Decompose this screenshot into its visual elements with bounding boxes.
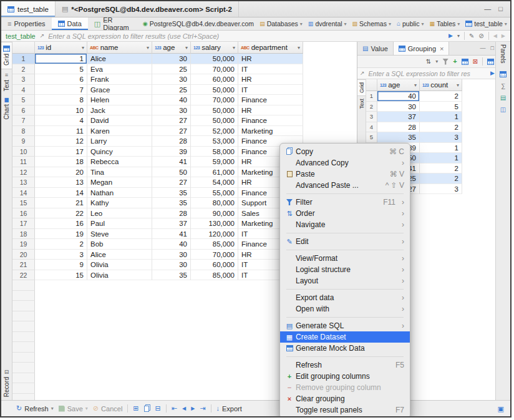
cell-age[interactable]: 28 <box>152 136 191 147</box>
cell-salary[interactable]: 59,000 <box>191 157 238 167</box>
next-row-icon[interactable]: ▶ <box>191 406 195 411</box>
cell-age[interactable]: 28 <box>377 122 420 133</box>
cell-id[interactable]: 2 <box>35 239 87 250</box>
cell-age[interactable]: 30 <box>152 260 191 270</box>
cell-salary[interactable]: 58,000 <box>191 147 238 157</box>
grid-corner[interactable] <box>12 42 35 54</box>
breadcrumb-item-public[interactable]: ⌂public▾ <box>394 20 427 27</box>
menu-item-refresh[interactable]: RefreshF5 <box>280 359 410 371</box>
cell-salary[interactable]: 90,000 <box>191 208 238 219</box>
cell-department[interactable]: HR <box>238 54 303 64</box>
row-number[interactable]: 3 <box>366 112 377 122</box>
grid-panel-icon[interactable] <box>500 71 507 77</box>
edit-filter-icon[interactable]: ✎ <box>469 33 474 39</box>
menu-item-logical-structure[interactable]: Logical structure› <box>280 264 410 275</box>
add-grouping-column-icon[interactable]: + <box>453 58 457 65</box>
panel-tab-grouping[interactable]: Grouping× <box>393 42 450 55</box>
editor-tab-test-table[interactable]: test_table <box>1 1 56 17</box>
cell-age[interactable]: 50 <box>152 167 191 178</box>
cell-id[interactable]: 11 <box>35 126 87 137</box>
cell-salary[interactable]: 54,000 <box>191 177 238 188</box>
cell-id[interactable]: 1 <box>35 54 87 64</box>
cell-name[interactable]: Larry <box>87 136 152 147</box>
cell-name[interactable]: Alice <box>87 250 152 260</box>
cell-salary[interactable]: 60,000 <box>191 74 238 85</box>
row-number[interactable]: 19 <box>12 239 35 250</box>
cell-name[interactable]: Helen <box>87 95 152 105</box>
cell-age[interactable]: 25 <box>152 64 191 75</box>
cell-department[interactable]: Finance <box>238 95 303 105</box>
side-tab-grid[interactable]: Grid <box>1 42 12 69</box>
value-panel-icon[interactable]: ◫ <box>500 107 507 113</box>
breadcrumb-item-dvdrental[interactable]: ▥dvdrental▾ <box>306 20 349 27</box>
cell-id[interactable]: 4 <box>35 115 87 126</box>
cell-id[interactable]: 9 <box>35 260 87 270</box>
cell-count[interactable]: 2 <box>420 122 462 133</box>
row-number[interactable]: 2 <box>366 102 377 112</box>
cell-salary[interactable]: 50,000 <box>191 105 238 116</box>
cell-id[interactable]: 21 <box>35 198 87 208</box>
row-number[interactable]: 5 <box>12 95 35 105</box>
menu-item-export-data[interactable]: Export data› <box>280 292 410 303</box>
row-number[interactable]: 9 <box>12 136 35 147</box>
row-number[interactable]: 13 <box>12 177 35 188</box>
maximize-panel-icon[interactable]: □ <box>491 46 494 51</box>
cell-department[interactable]: Marketing <box>238 126 303 137</box>
tab-er-diagram[interactable]: ◫ER Diagram <box>88 17 135 30</box>
column-header-count[interactable]: 123count▾ <box>420 79 462 91</box>
menu-item-copy[interactable]: Copy⌘ C <box>280 146 410 157</box>
menu-item-remove-grouping-column[interactable]: −Remove grouping column <box>280 382 410 393</box>
column-header-age[interactable]: 123age▾ <box>152 42 191 54</box>
delete-row-icon[interactable]: ⊟ <box>155 405 161 412</box>
sql-filter-input[interactable]: Enter a SQL expression to filter results… <box>44 32 444 40</box>
cell-name[interactable]: Alice <box>87 54 152 64</box>
cell-salary[interactable]: 70,000 <box>191 95 238 105</box>
cell-age[interactable]: 27 <box>152 115 191 126</box>
cell-id[interactable]: 10 <box>35 105 87 116</box>
cell-count[interactable]: 2 <box>420 91 462 102</box>
dropdown-icon[interactable]: ▾ <box>457 34 460 39</box>
menu-item-open-with[interactable]: Open with› <box>280 303 410 315</box>
cell-age[interactable]: 40 <box>152 239 191 250</box>
row-number[interactable]: 8 <box>12 126 35 137</box>
cell-salary[interactable]: 70,000 <box>191 250 238 260</box>
expand-filter-icon[interactable]: ↗ <box>360 71 365 76</box>
menu-item-generate-sql[interactable]: ▤Generate SQL› <box>280 320 410 331</box>
cell-age[interactable]: 27 <box>152 126 191 137</box>
forward-icon[interactable]: ▶ <box>502 34 505 39</box>
side-tab-chart[interactable]: ▆Chart <box>1 94 12 122</box>
cell-id[interactable]: 6 <box>35 74 87 85</box>
cell-salary[interactable]: 50,000 <box>191 85 238 95</box>
cell-name[interactable]: Nathan <box>87 188 152 198</box>
breadcrumb-item-postgresql-db4-dev-d[interactable]: ◉PostgreSQL@db4.dev.dbeaver.com <box>140 20 256 27</box>
refresh-button[interactable]: ↻Refresh▾ <box>16 405 54 413</box>
cell-name[interactable]: Frank <box>87 74 152 85</box>
column-header-salary[interactable]: 123salary▾ <box>191 42 238 54</box>
row-number[interactable]: 6 <box>12 105 35 116</box>
clear-grouping-icon[interactable]: ⊠ <box>473 59 478 65</box>
cell-count[interactable]: 2 <box>420 164 462 174</box>
row-number[interactable]: 7 <box>12 115 35 126</box>
dropdown-icon[interactable]: ▾ <box>435 59 438 64</box>
cell-id[interactable]: 5 <box>35 64 87 75</box>
cell-count[interactable]: 1 <box>420 143 462 154</box>
row-number[interactable]: 3 <box>12 74 35 85</box>
row-number[interactable]: 12 <box>12 167 35 178</box>
cell-name[interactable]: Leo <box>87 208 152 219</box>
grouping-options-icon[interactable] <box>487 59 494 65</box>
last-row-icon[interactable]: ⇥ <box>200 405 205 412</box>
chevron-down-icon[interactable]: ▾ <box>457 82 459 88</box>
cell-id[interactable]: 19 <box>35 229 87 240</box>
cell-name[interactable]: Olivia <box>87 270 152 281</box>
cell-name[interactable]: Bob <box>87 239 152 250</box>
row-number[interactable]: 11 <box>12 157 35 167</box>
cell-id[interactable]: 14 <box>35 188 87 198</box>
cell-age[interactable]: 30 <box>152 250 191 260</box>
chevron-down-icon[interactable]: ▾ <box>233 45 235 51</box>
cell-age[interactable]: 40 <box>152 95 191 105</box>
cell-salary[interactable]: 80,000 <box>191 198 238 208</box>
cell-age[interactable]: 37 <box>377 112 420 122</box>
cell-age[interactable]: 39 <box>152 147 191 157</box>
cell-id[interactable]: 22 <box>35 208 87 219</box>
cell-name[interactable]: David <box>87 115 152 126</box>
